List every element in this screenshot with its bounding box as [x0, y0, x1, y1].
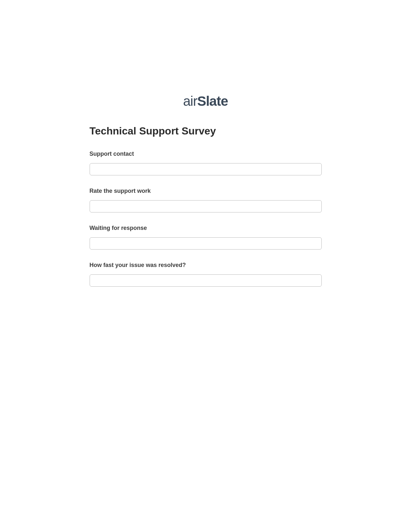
- form-group-waiting-response: Waiting for response: [90, 225, 322, 250]
- form-group-resolved-speed: How fast your issue was resolved?: [90, 262, 322, 287]
- logo-prefix: air: [183, 94, 197, 109]
- logo-text: airSlate: [183, 94, 228, 109]
- logo: airSlate: [90, 94, 322, 109]
- label-support-contact: Support contact: [90, 151, 322, 157]
- label-resolved-speed: How fast your issue was resolved?: [90, 262, 322, 269]
- label-rate-support: Rate the support work: [90, 188, 322, 194]
- form-container: airSlate Technical Support Survey Suppor…: [90, 0, 322, 287]
- label-waiting-response: Waiting for response: [90, 225, 322, 232]
- logo-suffix: Slate: [197, 94, 228, 109]
- input-waiting-response[interactable]: [90, 237, 322, 250]
- form-title: Technical Support Survey: [90, 125, 322, 137]
- input-resolved-speed[interactable]: [90, 274, 322, 287]
- input-rate-support[interactable]: [90, 200, 322, 212]
- form-group-support-contact: Support contact: [90, 151, 322, 175]
- form-group-rate-support: Rate the support work: [90, 188, 322, 212]
- input-support-contact[interactable]: [90, 163, 322, 175]
